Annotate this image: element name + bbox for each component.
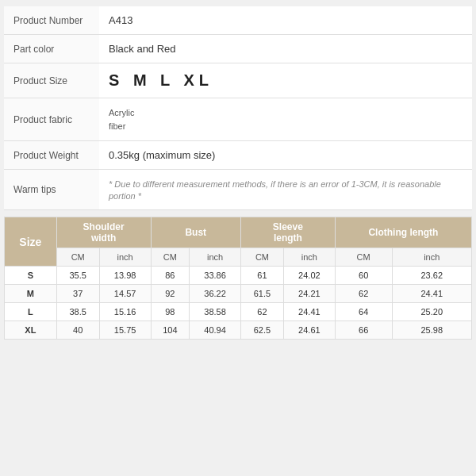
size-cell-3-0: 40	[56, 321, 99, 340]
info-label-0: Product Number	[4, 6, 99, 35]
info-label-2: Product Size	[4, 63, 99, 98]
info-value-2: S M L XL	[99, 63, 472, 98]
info-row-5: Warm tips* Due to different measurement …	[4, 170, 472, 210]
size-label-0: S	[5, 267, 57, 285]
unit-cl-cm: CM	[335, 248, 392, 267]
unit-sl-cm: CM	[240, 248, 283, 267]
info-label-4: Product Weight	[4, 141, 99, 170]
size-cell-3-7: 25.98	[392, 321, 471, 340]
size-row-0: S35.513.988633.866124.026023.62	[5, 267, 472, 285]
unit-bust-cm: CM	[151, 248, 190, 267]
size-cell-2-7: 25.20	[392, 303, 471, 321]
size-label-1: M	[5, 285, 57, 303]
size-col-header: Size	[5, 217, 57, 267]
size-cell-1-2: 92	[151, 285, 190, 303]
unit-cl-inch: inch	[392, 248, 471, 267]
unit-sl-inch: inch	[283, 248, 335, 267]
size-cell-1-6: 62	[335, 285, 392, 303]
info-row-4: Product Weight0.35kg (maximum size)	[4, 141, 472, 170]
info-row-1: Part colorBlack and Red	[4, 35, 472, 63]
info-row-0: Product NumberA413	[4, 6, 472, 35]
info-label-5: Warm tips	[4, 170, 99, 210]
info-value-1: Black and Red	[99, 35, 472, 63]
size-cell-1-5: 24.21	[283, 285, 335, 303]
size-row-3: XL4015.7510440.9462.524.616625.98	[5, 321, 472, 340]
size-cell-0-2: 86	[151, 267, 190, 285]
sleeve-length-header: Sleevelength	[240, 217, 335, 248]
size-cell-0-4: 61	[240, 267, 283, 285]
size-cell-1-3: 36.22	[190, 285, 241, 303]
size-label-2: L	[5, 303, 57, 321]
size-cell-3-6: 66	[335, 321, 392, 340]
info-row-3: Product fabricAcrylic fiber	[4, 98, 472, 141]
shoulder-width-header: Shoulderwidth	[56, 217, 151, 248]
info-value-0: A413	[99, 6, 472, 35]
size-cell-1-7: 24.41	[392, 285, 471, 303]
info-value-5: * Due to different measurement methods, …	[99, 170, 472, 210]
info-value-3: Acrylic fiber	[99, 98, 472, 141]
size-cell-0-0: 35.5	[56, 267, 99, 285]
size-cell-0-7: 23.62	[392, 267, 471, 285]
size-row-2: L38.515.169838.586224.416425.20	[5, 303, 472, 321]
size-cell-1-4: 61.5	[240, 285, 283, 303]
bust-header: Bust	[151, 217, 240, 248]
size-cell-2-4: 62	[240, 303, 283, 321]
unit-row: CM inch CM inch CM inch CM inch	[5, 248, 472, 267]
size-cell-0-1: 13.98	[99, 267, 151, 285]
size-chart-table: Size Shoulderwidth Bust Sleevelength Clo…	[4, 217, 472, 340]
warm-tips-value: * Due to different measurement methods, …	[109, 179, 441, 201]
size-cell-3-5: 24.61	[283, 321, 335, 340]
unit-sw-inch: inch	[99, 248, 151, 267]
size-cell-2-6: 64	[335, 303, 392, 321]
unit-sw-cm: CM	[56, 248, 99, 267]
size-cell-3-3: 40.94	[190, 321, 241, 340]
unit-bust-inch: inch	[190, 248, 241, 267]
size-cell-2-2: 98	[151, 303, 190, 321]
size-cell-3-1: 15.75	[99, 321, 151, 340]
size-row-1: M3714.579236.2261.524.216224.41	[5, 285, 472, 303]
size-cell-1-1: 14.57	[99, 285, 151, 303]
size-value: S M L XL	[109, 71, 213, 89]
size-chart-header: Size Shoulderwidth Bust Sleevelength Clo…	[5, 217, 472, 248]
info-label-1: Part color	[4, 35, 99, 63]
size-cell-1-0: 37	[56, 285, 99, 303]
clothing-length-header: Clothing length	[335, 217, 471, 248]
info-value-4: 0.35kg (maximum size)	[99, 141, 472, 170]
size-cell-2-5: 24.41	[283, 303, 335, 321]
size-cell-0-3: 33.86	[190, 267, 241, 285]
size-cell-2-3: 38.58	[190, 303, 241, 321]
size-cell-3-4: 62.5	[240, 321, 283, 340]
size-cell-2-1: 15.16	[99, 303, 151, 321]
main-container: Product NumberA413Part colorBlack and Re…	[4, 6, 472, 340]
size-label-3: XL	[5, 321, 57, 340]
size-cell-3-2: 104	[151, 321, 190, 340]
product-info-table: Product NumberA413Part colorBlack and Re…	[4, 6, 472, 210]
size-cell-0-5: 24.02	[283, 267, 335, 285]
fabric-value: Acrylic fiber	[109, 108, 134, 131]
size-cell-0-6: 60	[335, 267, 392, 285]
size-cell-2-0: 38.5	[56, 303, 99, 321]
info-row-2: Product SizeS M L XL	[4, 63, 472, 98]
info-label-3: Product fabric	[4, 98, 99, 141]
